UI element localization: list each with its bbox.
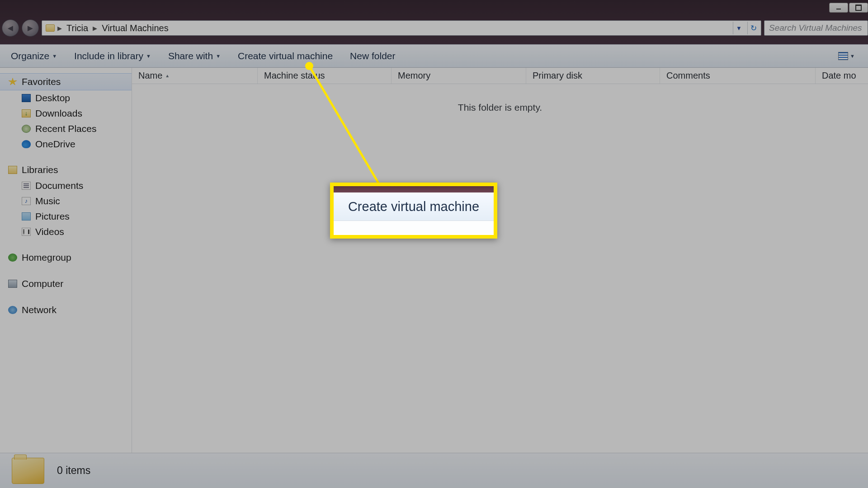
sidebar-item-label: Recent Places xyxy=(35,123,96,134)
create-virtual-machine-button[interactable]: Create virtual machine xyxy=(238,51,333,61)
sidebar-group-computer[interactable]: Computer xyxy=(0,276,132,292)
computer-icon xyxy=(8,280,17,288)
column-header-name[interactable]: Name ▲ xyxy=(132,68,258,84)
window-maximize-button[interactable] xyxy=(849,3,868,13)
details-view-icon xyxy=(838,52,848,60)
pictures-icon xyxy=(22,212,31,221)
item-count-text: 0 items xyxy=(57,465,90,477)
annotation-callout: Create virtual machine xyxy=(330,183,497,239)
sidebar-item-label: Pictures xyxy=(35,211,70,222)
breadcrumb-separator: ▶ xyxy=(93,25,97,32)
desktop-icon xyxy=(22,94,31,102)
libraries-label: Libraries xyxy=(22,164,58,175)
view-mode-picker[interactable]: ▼ xyxy=(836,51,857,61)
column-label: Name xyxy=(138,70,162,81)
sidebar-item-videos[interactable]: Videos xyxy=(0,224,132,239)
address-bar[interactable]: ▶ Tricia ▶ Virtual Machines ▼ ↻ xyxy=(42,20,761,36)
documents-icon xyxy=(22,182,31,190)
sidebar-item-downloads[interactable]: Downloads xyxy=(0,106,132,121)
sidebar-item-label: Desktop xyxy=(35,93,70,103)
organize-label: Organize xyxy=(11,51,49,61)
homegroup-label: Homegroup xyxy=(22,252,71,263)
network-label: Network xyxy=(22,305,57,315)
column-header-date-modified[interactable]: Date mo xyxy=(816,68,868,84)
column-label: Comments xyxy=(666,70,710,81)
include-in-library-menu[interactable]: Include in library ▼ xyxy=(74,51,151,61)
star-icon xyxy=(8,78,17,86)
sort-ascending-icon: ▲ xyxy=(165,73,170,78)
recent-places-icon xyxy=(22,125,31,133)
sidebar-item-pictures[interactable]: Pictures xyxy=(0,209,132,224)
refresh-button[interactable]: ↻ xyxy=(747,22,759,34)
folder-icon xyxy=(12,458,44,484)
onedrive-icon xyxy=(22,140,31,148)
sidebar-item-desktop[interactable]: Desktop xyxy=(0,90,132,106)
sidebar-item-recent-places[interactable]: Recent Places xyxy=(0,121,132,136)
music-icon xyxy=(22,197,31,205)
share-label: Share with xyxy=(168,51,213,61)
empty-folder-text: This folder is empty. xyxy=(132,102,868,113)
new-folder-button[interactable]: New folder xyxy=(350,51,395,61)
column-label: Machine status xyxy=(264,70,325,81)
computer-label: Computer xyxy=(22,278,63,289)
details-pane: 0 items xyxy=(0,453,868,488)
callout-label: Create virtual machine xyxy=(334,192,494,221)
libraries-icon xyxy=(8,166,17,174)
sidebar-item-label: OneDrive xyxy=(35,139,75,150)
sidebar-item-onedrive[interactable]: OneDrive xyxy=(0,136,132,152)
column-headers: Name ▲ Machine status Memory Primary dis… xyxy=(132,68,868,84)
sidebar-group-network[interactable]: Network xyxy=(0,302,132,318)
sidebar-item-label: Downloads xyxy=(35,108,82,119)
folder-icon xyxy=(46,24,55,32)
favorites-label: Favorites xyxy=(22,76,61,87)
share-with-menu[interactable]: Share with ▼ xyxy=(168,51,221,61)
search-input[interactable]: Search Virtual Machines xyxy=(764,20,868,36)
address-history-dropdown[interactable]: ▼ xyxy=(733,22,745,34)
network-icon xyxy=(8,306,17,314)
videos-icon xyxy=(22,228,31,236)
sidebar-group-homegroup[interactable]: Homegroup xyxy=(0,249,132,266)
column-label: Primary disk xyxy=(533,70,582,81)
breadcrumb-separator: ▶ xyxy=(57,25,62,32)
nav-back-button[interactable]: ◄ xyxy=(2,19,19,37)
sidebar-item-label: Music xyxy=(35,196,60,206)
sidebar-group-libraries[interactable]: Libraries xyxy=(0,162,132,178)
breadcrumb-tricia[interactable]: Tricia xyxy=(65,22,90,34)
include-label: Include in library xyxy=(74,51,143,61)
downloads-icon xyxy=(22,109,31,117)
column-header-primary-disk[interactable]: Primary disk xyxy=(526,68,660,84)
organize-menu[interactable]: Organize ▼ xyxy=(11,51,57,61)
new-folder-label: New folder xyxy=(350,51,395,61)
file-list-area[interactable]: This folder is empty. xyxy=(132,84,868,456)
column-label: Memory xyxy=(398,70,430,81)
chevron-down-icon: ▼ xyxy=(146,53,151,59)
column-label: Date mo xyxy=(822,70,856,81)
breadcrumb-virtual-machines[interactable]: Virtual Machines xyxy=(100,22,170,34)
sidebar-item-label: Documents xyxy=(35,180,83,191)
column-header-machine-status[interactable]: Machine status xyxy=(258,68,392,84)
sidebar-group-favorites[interactable]: Favorites xyxy=(0,73,132,90)
chevron-down-icon: ▼ xyxy=(216,53,221,59)
column-header-comments[interactable]: Comments xyxy=(660,68,816,84)
command-bar: Organize ▼ Include in library ▼ Share wi… xyxy=(0,44,868,68)
column-header-memory[interactable]: Memory xyxy=(392,68,526,84)
chevron-down-icon: ▼ xyxy=(850,53,855,59)
sidebar-item-label: Videos xyxy=(35,226,64,237)
navigation-pane: Favorites Desktop Downloads Recent Place… xyxy=(0,68,132,466)
sidebar-item-documents[interactable]: Documents xyxy=(0,178,132,193)
create-vm-label: Create virtual machine xyxy=(238,51,333,61)
window-minimize-button[interactable] xyxy=(829,3,848,13)
nav-forward-button[interactable]: ► xyxy=(22,19,39,37)
sidebar-item-music[interactable]: Music xyxy=(0,193,132,209)
chevron-down-icon: ▼ xyxy=(52,53,57,59)
homegroup-icon xyxy=(8,253,17,262)
